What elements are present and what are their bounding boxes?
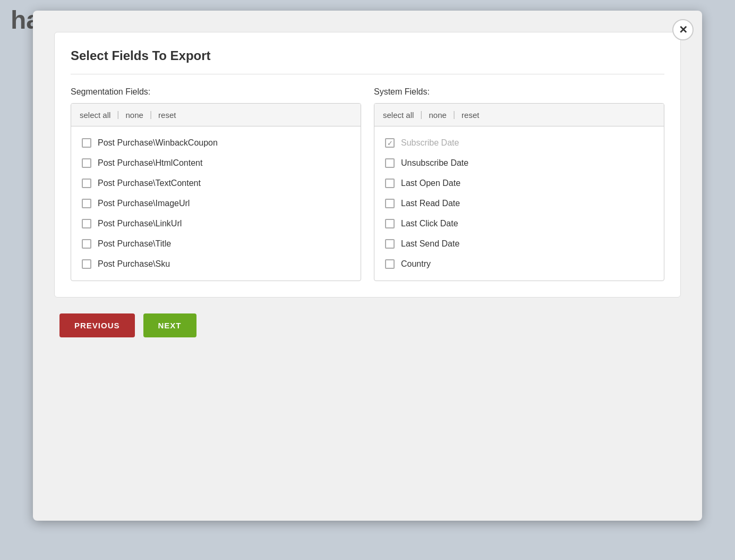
sep2: | xyxy=(150,110,152,120)
list-item: Last Read Date xyxy=(374,193,664,214)
sys-none-button[interactable]: none xyxy=(429,111,453,120)
field-label: Post Purchase\WinbackCoupon xyxy=(98,138,218,148)
list-item: Unsubscribe Date xyxy=(374,153,664,173)
segmentation-fields-list: Post Purchase\WinbackCouponPost Purchase… xyxy=(71,126,361,281)
list-item: Subscribe Date xyxy=(374,133,664,153)
field-label: Unsubscribe Date xyxy=(401,158,468,168)
checkbox[interactable] xyxy=(82,179,91,188)
segmentation-box: select all | none | reset Post Purchase\… xyxy=(71,103,361,281)
field-label: Post Purchase\Sku xyxy=(98,259,170,269)
field-label: Post Purchase\Title xyxy=(98,239,171,249)
sep1: | xyxy=(117,110,119,120)
system-box: select all | none | reset Subscribe Date… xyxy=(374,103,664,281)
checkbox[interactable] xyxy=(385,259,395,269)
list-item: Post Purchase\WinbackCoupon xyxy=(71,133,361,153)
fields-container: Segmentation Fields: select all | none |… xyxy=(71,87,664,281)
segmentation-section: Segmentation Fields: select all | none |… xyxy=(71,87,361,281)
export-card: Select Fields To Export Segmentation Fie… xyxy=(54,32,681,298)
system-section: System Fields: select all | none | reset… xyxy=(374,87,664,281)
sep3: | xyxy=(420,110,422,120)
list-item: Post Purchase\HtmlContent xyxy=(71,153,361,173)
close-button[interactable]: ✕ xyxy=(672,19,694,40)
field-label: Last Click Date xyxy=(401,219,458,228)
list-item: Last Click Date xyxy=(374,214,664,234)
checkbox[interactable] xyxy=(385,199,395,208)
next-button[interactable]: NEXT xyxy=(143,313,196,337)
checkbox[interactable] xyxy=(385,138,395,148)
checkbox[interactable] xyxy=(385,179,395,188)
list-item: Post Purchase\TextContent xyxy=(71,173,361,193)
field-label: Last Read Date xyxy=(401,199,460,208)
field-label: Post Purchase\LinkUrl xyxy=(98,219,182,228)
list-item: Post Purchase\LinkUrl xyxy=(71,214,361,234)
checkbox[interactable] xyxy=(82,199,91,208)
system-label: System Fields: xyxy=(374,87,664,97)
system-toolbar: select all | none | reset xyxy=(374,104,664,126)
modal: ✕ Select Fields To Export Segmentation F… xyxy=(33,11,702,521)
checkbox[interactable] xyxy=(385,239,395,249)
list-item: Last Open Date xyxy=(374,173,664,193)
segmentation-label: Segmentation Fields: xyxy=(71,87,361,97)
seg-select-all-button[interactable]: select all xyxy=(80,111,117,120)
list-item: Country xyxy=(374,254,664,274)
checkbox[interactable] xyxy=(385,158,395,168)
seg-none-button[interactable]: none xyxy=(126,111,150,120)
field-label: Last Send Date xyxy=(401,239,459,249)
sys-select-all-button[interactable]: select all xyxy=(383,111,420,120)
checkbox[interactable] xyxy=(82,158,91,168)
seg-reset-button[interactable]: reset xyxy=(158,111,182,120)
card-title: Select Fields To Export xyxy=(71,48,664,74)
checkbox[interactable] xyxy=(82,239,91,249)
checkbox[interactable] xyxy=(82,138,91,148)
checkbox[interactable] xyxy=(82,219,91,228)
field-label: Post Purchase\HtmlContent xyxy=(98,158,202,168)
checkbox[interactable] xyxy=(385,219,395,228)
sep4: | xyxy=(453,110,455,120)
field-label: Post Purchase\TextContent xyxy=(98,179,201,188)
previous-button[interactable]: PREVIOUS xyxy=(59,313,135,337)
modal-overlay: ✕ Select Fields To Export Segmentation F… xyxy=(0,0,735,560)
field-label: Country xyxy=(401,259,431,269)
sys-reset-button[interactable]: reset xyxy=(461,111,485,120)
field-label: Subscribe Date xyxy=(401,138,459,148)
list-item: Post Purchase\ImageUrl xyxy=(71,193,361,214)
list-item: Last Send Date xyxy=(374,234,664,254)
checkbox[interactable] xyxy=(82,259,91,269)
system-fields-list: Subscribe DateUnsubscribe DateLast Open … xyxy=(374,126,664,281)
bottom-buttons: PREVIOUS NEXT xyxy=(54,313,681,337)
field-label: Post Purchase\ImageUrl xyxy=(98,199,190,208)
segmentation-toolbar: select all | none | reset xyxy=(71,104,361,126)
field-label: Last Open Date xyxy=(401,179,460,188)
list-item: Post Purchase\Title xyxy=(71,234,361,254)
list-item: Post Purchase\Sku xyxy=(71,254,361,274)
